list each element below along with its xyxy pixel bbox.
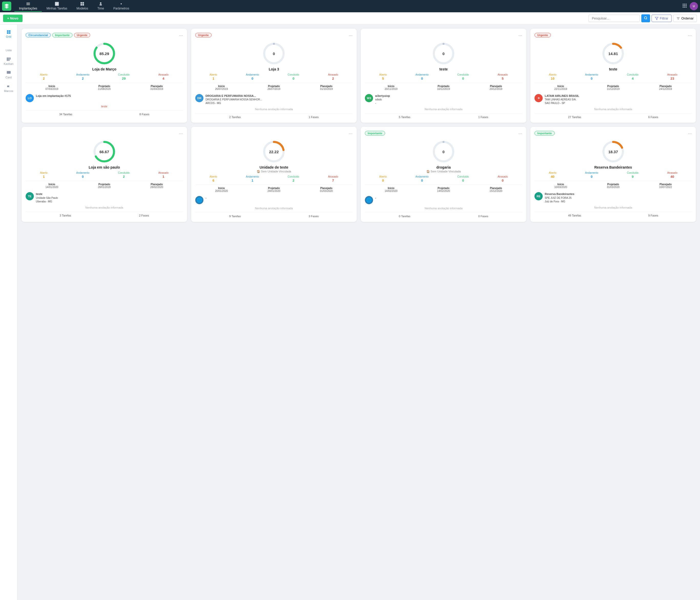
stat-atrasado: Atrasado 40 xyxy=(667,171,677,179)
sidebar-item-marcos[interactable]: Marcos xyxy=(2,82,16,95)
app-logo[interactable] xyxy=(2,2,11,11)
stat-concluido-value: 0 xyxy=(288,77,299,80)
client-line3: Uberaba - MG xyxy=(36,200,58,203)
date-projetado: Projetado 31/03/2020 xyxy=(607,183,620,189)
client-row: 🌐 - xyxy=(365,195,522,206)
card-menu-button[interactable]: ··· xyxy=(688,33,692,38)
date-projetado-label: Projetado xyxy=(607,85,620,88)
date-projetado: Projetado 10/12/2019 xyxy=(437,85,450,91)
date-inicio-value: 10/03/2020 xyxy=(554,186,567,189)
novo-button[interactable]: + Novo xyxy=(3,15,23,22)
card-menu-button[interactable]: ··· xyxy=(349,131,353,136)
card-menu-button[interactable]: ··· xyxy=(179,33,183,38)
sidebar-item-card[interactable]: Card xyxy=(2,68,16,81)
date-planejado: Planejado 31/10/2019 xyxy=(320,85,333,91)
dates-row: Início 14/02/2020 Projetado 14/02/2020 P… xyxy=(365,184,522,193)
stat-andamento-label: Andamento xyxy=(76,73,90,76)
date-projetado-label: Projetado xyxy=(607,183,620,186)
date-projetado-label: Projetado xyxy=(98,183,111,186)
card-menu-button[interactable]: ··· xyxy=(518,33,522,38)
nav-item-time[interactable]: Time xyxy=(93,1,109,12)
fases-count: 3 Fases xyxy=(308,215,319,218)
stat-concluido: Concluído 0 xyxy=(288,73,299,80)
card-menu-button[interactable]: ··· xyxy=(349,33,353,38)
svg-point-5 xyxy=(100,2,101,4)
grid-apps-icon[interactable] xyxy=(682,3,687,9)
donut-wrap: 18.37 xyxy=(534,140,692,163)
date-inicio-label: Início xyxy=(554,183,567,186)
order-button[interactable]: Ordenar xyxy=(673,15,697,22)
date-inicio-label: Início xyxy=(45,183,58,186)
sidebar-item-grid[interactable]: Grid xyxy=(2,28,16,40)
date-planejado-value: 10/07/2022 xyxy=(659,186,672,189)
date-inicio-value: 14/01/2020 xyxy=(45,186,58,189)
fases-count: 2 Fases xyxy=(139,214,149,217)
nav-item-modelos[interactable]: Modelos xyxy=(72,1,93,12)
client-line3: - xyxy=(375,101,390,105)
stat-concluido-label: Concluído xyxy=(118,171,130,174)
stat-andamento-label: Andamento xyxy=(246,175,259,178)
client-info: LATAM AIRLINES BRASIL TAM LINHAS AEREAS … xyxy=(545,94,579,105)
stat-concluido-label: Concluído xyxy=(627,73,639,76)
card-menu-button[interactable]: ··· xyxy=(518,131,522,136)
date-planejado: Planejado 31/03/2019 xyxy=(150,85,163,91)
card-footer: 27 Tarefas 6 Fases xyxy=(534,113,692,119)
card: Importante ··· 0 drogaria 🏠 Sem Unidade … xyxy=(361,127,526,222)
stat-atrasado-label: Atrasado xyxy=(158,73,169,76)
stat-aberto-value: 6 xyxy=(209,179,217,182)
sidebar-item-lista[interactable]: Lista xyxy=(2,41,16,54)
stat-aberto-label: Aberto xyxy=(209,73,217,76)
date-projetado-value: 10/12/2019 xyxy=(437,88,450,91)
date-planejado-label: Planejado xyxy=(490,187,502,190)
stat-aberto-label: Aberto xyxy=(40,171,47,174)
client-avatar: ✈ xyxy=(534,94,543,102)
svg-rect-22 xyxy=(7,30,8,32)
search-button[interactable] xyxy=(641,14,650,22)
svg-rect-3 xyxy=(80,4,82,6)
stat-aberto-value: 2 xyxy=(40,77,47,80)
svg-point-16 xyxy=(644,17,647,19)
tarefas-count: 0 Tarefas xyxy=(399,215,410,218)
stat-aberto-value: 1 xyxy=(40,175,47,179)
card-menu-button[interactable]: ··· xyxy=(688,131,692,136)
svg-rect-2 xyxy=(82,2,84,4)
client-avatar: 🌐 xyxy=(195,196,203,204)
fases-count: 6 Fases xyxy=(648,116,658,119)
svg-rect-13 xyxy=(683,7,683,7)
stat-andamento: Andamento 0 xyxy=(76,171,90,179)
stat-atrasado-value: 7 xyxy=(328,179,338,182)
search-input[interactable] xyxy=(589,15,640,22)
stat-concluido: Concluído 9 xyxy=(627,171,639,179)
stats-row: Aberto 5 Andamento 0 Concluído 0 Atrasad… xyxy=(365,73,522,80)
svg-rect-30 xyxy=(8,57,9,61)
card-footer: 2 Tarefas 1 Fases xyxy=(195,113,353,119)
main-area: GridListaKanbanCardMarcos Circunstancial… xyxy=(0,25,700,600)
nav-item-implantacoes[interactable]: Implantações xyxy=(14,1,42,12)
tarefas-count: 2 Tarefas xyxy=(229,116,241,119)
stat-andamento-label: Andamento xyxy=(246,73,259,76)
nav-item-parametros[interactable]: Parâmetros xyxy=(109,1,134,12)
date-inicio-label: Início xyxy=(384,85,397,88)
filter-button[interactable]: Filtrar xyxy=(652,15,672,22)
stat-andamento: Andamento 2 xyxy=(76,73,90,80)
stat-atrasado-label: Atrasado xyxy=(667,171,677,174)
client-row: RE Reserva Bandeirantes SPE JUIZ DE FORA… xyxy=(534,191,692,205)
user-avatar[interactable]: U xyxy=(690,2,698,10)
svg-line-17 xyxy=(646,19,647,20)
stat-andamento-value: 0 xyxy=(246,77,259,80)
sidebar-item-kanban[interactable]: Kanban xyxy=(2,55,16,67)
stat-aberto: Aberto 2 xyxy=(40,73,47,80)
svg-rect-25 xyxy=(9,32,10,34)
progress-value: 0 xyxy=(443,150,445,154)
card-menu-button[interactable]: ··· xyxy=(179,131,183,136)
date-inicio-value: 07/03/2019 xyxy=(45,88,58,91)
nav-item-minhas-tarefas[interactable]: Minhas Tarefas xyxy=(42,1,72,12)
date-inicio-label: Início xyxy=(215,85,228,88)
card-header: CircunstancialImportanteUrgente ··· xyxy=(26,33,183,40)
stat-concluido: Concluído 2 xyxy=(118,171,130,179)
stat-atrasado-value: 23 xyxy=(667,77,677,80)
date-inicio: Início 22/11/2019 xyxy=(554,85,567,91)
dates-row: Início 22/11/2019 Projetado 11/12/2019 P… xyxy=(534,82,692,91)
client-row: DR DROGARIA E PERFUMARIA NOSSA... DROGAR… xyxy=(195,93,353,106)
svg-rect-11 xyxy=(684,5,685,6)
